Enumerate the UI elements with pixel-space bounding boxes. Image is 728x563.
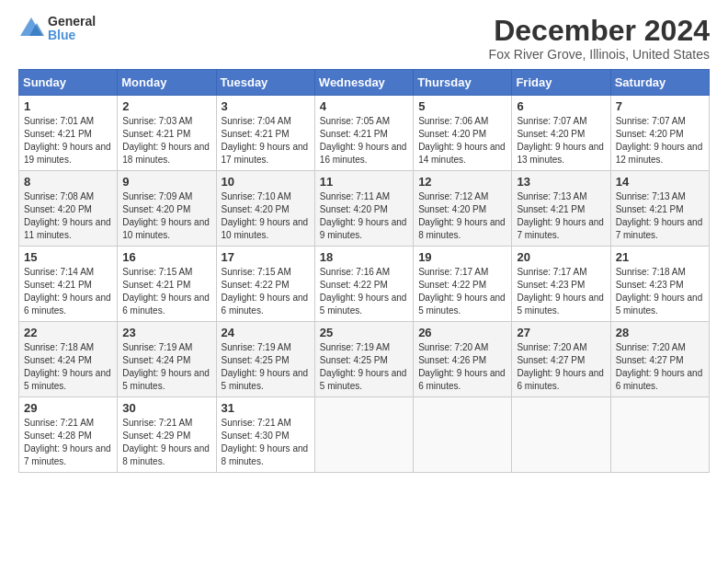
calendar-subtitle: Fox River Grove, Illinois, United States <box>489 47 710 62</box>
day-number: 11 <box>320 175 408 189</box>
day-cell: 31Sunrise: 7:21 AMSunset: 4:30 PMDayligh… <box>216 397 314 473</box>
day-number: 16 <box>122 250 210 264</box>
day-number: 4 <box>320 99 408 113</box>
day-number: 15 <box>24 250 112 264</box>
day-detail: Sunrise: 7:10 AMSunset: 4:20 PMDaylight:… <box>222 190 310 242</box>
day-detail: Sunrise: 7:12 AMSunset: 4:20 PMDaylight:… <box>418 190 506 242</box>
day-detail: Sunrise: 7:16 AMSunset: 4:22 PMDaylight:… <box>320 266 408 317</box>
header-cell-sunday: Sunday <box>19 70 118 96</box>
day-detail: Sunrise: 7:07 AMSunset: 4:20 PMDaylight:… <box>616 115 704 167</box>
calendar-table: SundayMondayTuesdayWednesdayThursdayFrid… <box>18 69 710 473</box>
header-cell-tuesday: Tuesday <box>216 70 314 96</box>
day-cell: 29Sunrise: 7:21 AMSunset: 4:28 PMDayligh… <box>19 397 118 473</box>
day-cell: 7Sunrise: 7:07 AMSunset: 4:20 PMDaylight… <box>610 96 709 171</box>
day-cell: 18Sunrise: 7:16 AMSunset: 4:22 PMDayligh… <box>314 247 413 322</box>
day-detail: Sunrise: 7:05 AMSunset: 4:21 PMDaylight:… <box>320 115 408 167</box>
logo-icon <box>18 16 44 41</box>
day-cell: 12Sunrise: 7:12 AMSunset: 4:20 PMDayligh… <box>414 171 512 247</box>
day-cell: 15Sunrise: 7:14 AMSunset: 4:21 PMDayligh… <box>19 247 118 322</box>
day-detail: Sunrise: 7:11 AMSunset: 4:20 PMDaylight:… <box>320 190 408 242</box>
day-detail: Sunrise: 7:20 AMSunset: 4:27 PMDaylight:… <box>517 341 605 393</box>
logo-text: General Blue <box>48 15 96 43</box>
day-number: 29 <box>24 401 112 415</box>
day-detail: Sunrise: 7:07 AMSunset: 4:20 PMDaylight:… <box>517 115 605 167</box>
week-row-3: 15Sunrise: 7:14 AMSunset: 4:21 PMDayligh… <box>19 247 710 322</box>
day-number: 18 <box>320 250 408 264</box>
day-cell: 28Sunrise: 7:20 AMSunset: 4:27 PMDayligh… <box>610 322 709 397</box>
day-cell: 30Sunrise: 7:21 AMSunset: 4:29 PMDayligh… <box>118 397 216 473</box>
day-number: 10 <box>222 175 310 189</box>
day-detail: Sunrise: 7:20 AMSunset: 4:27 PMDaylight:… <box>616 341 704 393</box>
header-cell-thursday: Thursday <box>414 70 512 96</box>
day-cell: 16Sunrise: 7:15 AMSunset: 4:21 PMDayligh… <box>118 247 216 322</box>
logo-blue: Blue <box>48 29 96 42</box>
header-cell-monday: Monday <box>118 70 216 96</box>
day-cell: 27Sunrise: 7:20 AMSunset: 4:27 PMDayligh… <box>512 322 610 397</box>
day-detail: Sunrise: 7:21 AMSunset: 4:28 PMDaylight:… <box>24 417 112 468</box>
day-number: 19 <box>418 250 506 264</box>
day-detail: Sunrise: 7:15 AMSunset: 4:21 PMDaylight:… <box>122 266 210 317</box>
day-number: 31 <box>222 401 310 415</box>
day-number: 30 <box>122 401 210 415</box>
day-detail: Sunrise: 7:13 AMSunset: 4:21 PMDaylight:… <box>517 190 605 242</box>
day-detail: Sunrise: 7:21 AMSunset: 4:29 PMDaylight:… <box>122 417 210 468</box>
day-detail: Sunrise: 7:13 AMSunset: 4:21 PMDaylight:… <box>616 190 704 242</box>
day-detail: Sunrise: 7:03 AMSunset: 4:21 PMDaylight:… <box>122 115 210 167</box>
week-row-1: 1Sunrise: 7:01 AMSunset: 4:21 PMDaylight… <box>19 96 710 171</box>
day-number: 2 <box>122 99 210 113</box>
day-cell: 19Sunrise: 7:17 AMSunset: 4:22 PMDayligh… <box>414 247 512 322</box>
day-cell: 4Sunrise: 7:05 AMSunset: 4:21 PMDaylight… <box>314 96 413 171</box>
day-cell: 2Sunrise: 7:03 AMSunset: 4:21 PMDaylight… <box>118 96 216 171</box>
day-number: 21 <box>616 250 704 264</box>
day-cell: 1Sunrise: 7:01 AMSunset: 4:21 PMDaylight… <box>19 96 118 171</box>
day-number: 20 <box>517 250 605 264</box>
header-cell-friday: Friday <box>512 70 610 96</box>
day-cell: 24Sunrise: 7:19 AMSunset: 4:25 PMDayligh… <box>216 322 314 397</box>
day-cell <box>512 397 610 473</box>
day-number: 22 <box>24 326 112 339</box>
day-number: 24 <box>222 326 310 339</box>
day-cell: 21Sunrise: 7:18 AMSunset: 4:23 PMDayligh… <box>610 247 709 322</box>
week-row-2: 8Sunrise: 7:08 AMSunset: 4:20 PMDaylight… <box>19 171 710 247</box>
day-cell: 25Sunrise: 7:19 AMSunset: 4:25 PMDayligh… <box>314 322 413 397</box>
day-detail: Sunrise: 7:21 AMSunset: 4:30 PMDaylight:… <box>222 417 310 468</box>
day-cell <box>414 397 512 473</box>
day-number: 14 <box>616 175 704 189</box>
header-cell-wednesday: Wednesday <box>314 70 413 96</box>
day-number: 8 <box>24 175 112 189</box>
day-detail: Sunrise: 7:01 AMSunset: 4:21 PMDaylight:… <box>24 115 112 167</box>
logo-general: General <box>48 15 96 29</box>
day-detail: Sunrise: 7:04 AMSunset: 4:21 PMDaylight:… <box>222 115 310 167</box>
day-detail: Sunrise: 7:14 AMSunset: 4:21 PMDaylight:… <box>24 266 112 317</box>
day-cell: 6Sunrise: 7:07 AMSunset: 4:20 PMDaylight… <box>512 96 610 171</box>
day-detail: Sunrise: 7:20 AMSunset: 4:26 PMDaylight:… <box>418 341 506 393</box>
day-detail: Sunrise: 7:17 AMSunset: 4:23 PMDaylight:… <box>517 266 605 317</box>
day-cell: 8Sunrise: 7:08 AMSunset: 4:20 PMDaylight… <box>19 171 118 247</box>
day-cell: 3Sunrise: 7:04 AMSunset: 4:21 PMDaylight… <box>216 96 314 171</box>
day-number: 5 <box>418 99 506 113</box>
day-cell <box>610 397 709 473</box>
day-detail: Sunrise: 7:17 AMSunset: 4:22 PMDaylight:… <box>418 266 506 317</box>
day-number: 27 <box>517 326 605 339</box>
day-number: 12 <box>418 175 506 189</box>
day-cell: 9Sunrise: 7:09 AMSunset: 4:20 PMDaylight… <box>118 171 216 247</box>
day-number: 13 <box>517 175 605 189</box>
day-number: 26 <box>418 326 506 339</box>
header-row: SundayMondayTuesdayWednesdayThursdayFrid… <box>19 70 710 96</box>
week-row-4: 22Sunrise: 7:18 AMSunset: 4:24 PMDayligh… <box>19 322 710 397</box>
day-cell: 10Sunrise: 7:10 AMSunset: 4:20 PMDayligh… <box>216 171 314 247</box>
day-detail: Sunrise: 7:19 AMSunset: 4:25 PMDaylight:… <box>222 341 310 393</box>
day-cell: 20Sunrise: 7:17 AMSunset: 4:23 PMDayligh… <box>512 247 610 322</box>
day-cell <box>314 397 413 473</box>
day-detail: Sunrise: 7:19 AMSunset: 4:24 PMDaylight:… <box>122 341 210 393</box>
day-number: 17 <box>222 250 310 264</box>
day-number: 25 <box>320 326 408 339</box>
day-detail: Sunrise: 7:19 AMSunset: 4:25 PMDaylight:… <box>320 341 408 393</box>
day-detail: Sunrise: 7:06 AMSunset: 4:20 PMDaylight:… <box>418 115 506 167</box>
day-detail: Sunrise: 7:08 AMSunset: 4:20 PMDaylight:… <box>24 190 112 242</box>
day-number: 1 <box>24 99 112 113</box>
day-detail: Sunrise: 7:09 AMSunset: 4:20 PMDaylight:… <box>122 190 210 242</box>
day-cell: 5Sunrise: 7:06 AMSunset: 4:20 PMDaylight… <box>414 96 512 171</box>
day-number: 28 <box>616 326 704 339</box>
page-header: General Blue December 2024 Fox River Gro… <box>18 15 710 62</box>
